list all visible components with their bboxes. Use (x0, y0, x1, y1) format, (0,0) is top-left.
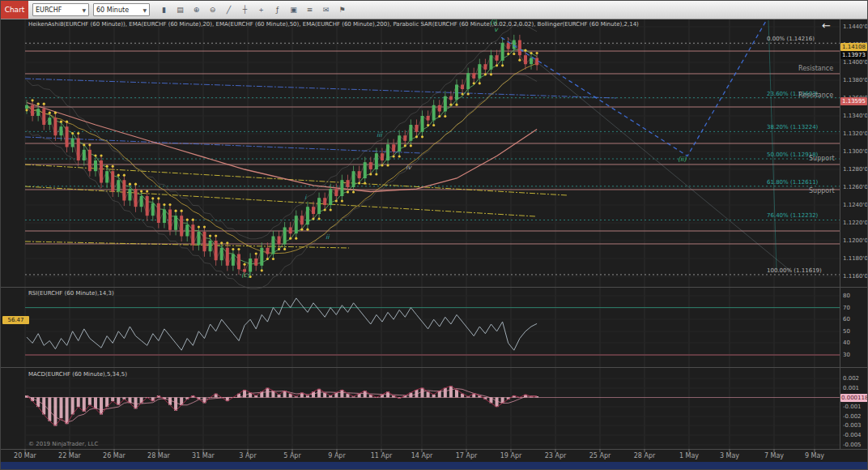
chart-style-icon[interactable]: ▮ (156, 2, 172, 18)
zoom-in-icon[interactable]: ⊕ (189, 2, 204, 18)
chart-toolbar: Chart EURCHF ▼ 60 Minute ▼ ▮▤⊕⊖╱┼＋ƒ▣≡✉⚑ (1, 1, 867, 19)
print-icon[interactable]: ≡ (302, 2, 317, 18)
chart-type-icon[interactable]: ▤ (172, 2, 188, 18)
back-arrow-icon[interactable]: ← (822, 19, 831, 32)
draw-tool-icon[interactable]: ╱ (221, 2, 236, 18)
chart-canvas[interactable] (1, 1, 868, 470)
bottom-scroll-strip[interactable] (1, 462, 867, 469)
instrument-select[interactable]: EURCHF ▼ (32, 3, 89, 16)
mail-icon[interactable]: ✉ (318, 2, 334, 18)
snapshot-icon[interactable]: ▣ (286, 2, 301, 18)
tab-chart[interactable]: Chart (1, 1, 28, 19)
chevron-down-icon: ▼ (143, 7, 147, 13)
interval-value: 60 Minute (96, 6, 129, 14)
add-indicator-icon[interactable]: ＋ (253, 2, 269, 18)
chevron-down-icon: ▼ (82, 7, 86, 13)
interval-select[interactable]: 60 Minute ▼ (93, 3, 150, 16)
ninjatrader-chart-window: Chart EURCHF ▼ 60 Minute ▼ ▮▤⊕⊖╱┼＋ƒ▣≡✉⚑ … (0, 0, 868, 470)
flag-icon[interactable]: ⚑ (334, 2, 350, 18)
crosshair-icon[interactable]: ┼ (237, 2, 253, 18)
instrument-value: EURCHF (36, 6, 62, 14)
zoom-out-icon[interactable]: ⊖ (205, 2, 220, 18)
toolbar-icon-group: ▮▤⊕⊖╱┼＋ƒ▣≡✉⚑ (156, 2, 350, 18)
function-icon[interactable]: ƒ (270, 2, 285, 18)
